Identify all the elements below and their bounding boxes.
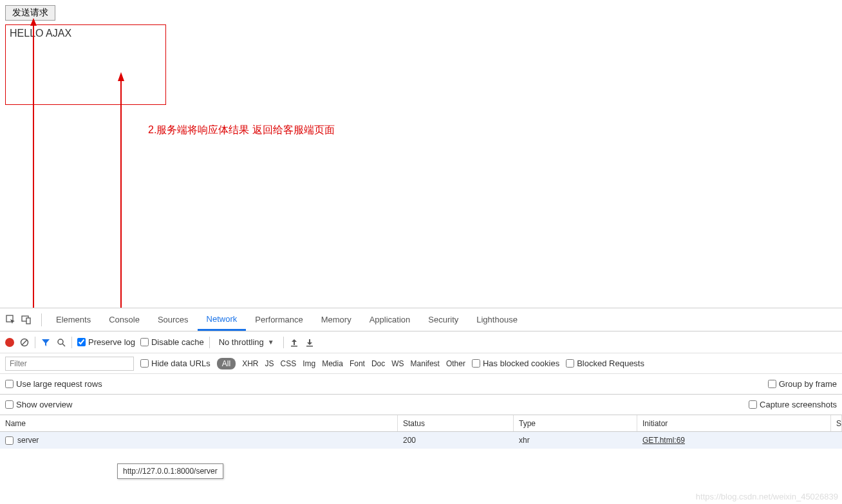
col-status[interactable]: Status [398, 415, 514, 431]
network-options-row2: Show overview Capture screenshots [0, 395, 842, 415]
svg-rect-6 [26, 318, 30, 324]
hide-data-urls-input[interactable] [140, 359, 149, 368]
download-icon[interactable] [304, 337, 315, 348]
annotation-step2: 2.服务端将响应体结果 返回给客服端页面 [148, 124, 335, 137]
divider [283, 337, 284, 348]
filter-type-img[interactable]: Img [303, 359, 315, 368]
capture-screenshots-checkbox[interactable]: Capture screenshots [749, 400, 837, 409]
has-blocked-cookies-input[interactable] [472, 359, 480, 368]
filter-type-group: All XHR JS CSS Img Media Font Doc WS Man… [217, 358, 465, 369]
col-s[interactable]: S [831, 415, 842, 431]
show-overview-checkbox[interactable]: Show overview [5, 400, 72, 409]
inspect-element-icon[interactable] [5, 314, 17, 326]
disable-cache-label: Disable cache [151, 337, 204, 347]
has-blocked-cookies-label: Has blocked cookies [483, 359, 559, 368]
tab-console[interactable]: Console [100, 308, 149, 331]
filter-type-manifest[interactable]: Manifest [411, 359, 440, 368]
network-options-row1: Use large request rows Group by frame [0, 374, 842, 395]
network-filter-bar: Hide data URLs All XHR JS CSS Img Media … [0, 353, 842, 374]
tab-sources[interactable]: Sources [149, 308, 198, 331]
divider [41, 313, 42, 326]
filter-type-other[interactable]: Other [446, 359, 465, 368]
col-type[interactable]: Type [514, 415, 637, 431]
preserve-log-label: Preserve log [88, 337, 135, 347]
cell-initiator: GET.html:69 [637, 433, 832, 447]
cell-status: 200 [398, 433, 514, 447]
hide-data-urls-checkbox[interactable]: Hide data URLs [140, 359, 210, 368]
col-name[interactable]: Name [0, 415, 398, 431]
divider [209, 337, 210, 348]
clear-icon[interactable] [19, 337, 30, 348]
network-toolbar: Preserve log Disable cache No throttling… [0, 331, 842, 353]
svg-line-8 [22, 340, 27, 345]
divider [35, 337, 35, 348]
filter-type-ws[interactable]: WS [391, 359, 404, 368]
filter-type-font[interactable]: Font [350, 359, 365, 368]
preserve-log-input[interactable] [77, 338, 86, 346]
filter-type-js[interactable]: JS [265, 359, 274, 368]
filter-type-css[interactable]: CSS [280, 359, 296, 368]
svg-rect-12 [306, 346, 313, 347]
filter-type-xhr[interactable]: XHR [242, 359, 258, 368]
tab-security[interactable]: Security [419, 308, 467, 331]
tab-application[interactable]: Application [360, 308, 420, 331]
row-checkbox[interactable] [5, 436, 14, 445]
result-text: HELLO AJAX [10, 28, 71, 39]
show-overview-label: Show overview [16, 400, 72, 409]
filter-type-media[interactable]: Media [322, 359, 343, 368]
show-overview-input[interactable] [5, 400, 14, 409]
group-by-frame-label: Group by frame [779, 379, 837, 389]
device-toggle-icon[interactable] [21, 314, 32, 326]
col-initiator[interactable]: Initiator [637, 415, 831, 431]
devtools-tab-bar: Elements Console Sources Network Perform… [0, 308, 842, 331]
cell-s [832, 438, 842, 443]
blocked-requests-label: Blocked Requests [577, 359, 644, 368]
tab-elements[interactable]: Elements [47, 308, 100, 331]
url-tooltip: http://127.0.0.1:8000/server [117, 463, 223, 479]
cell-name: server [0, 433, 398, 447]
upload-icon[interactable] [289, 337, 299, 348]
use-large-rows-label: Use large request rows [16, 379, 102, 389]
filter-input[interactable] [5, 357, 134, 371]
page-content: 发送请求 HELLO AJAX [0, 0, 842, 110]
watermark: https://blog.csdn.net/weixin_45026839 [696, 492, 838, 501]
filter-type-doc[interactable]: Doc [371, 359, 385, 368]
row-name-text: server [17, 436, 39, 445]
throttling-select[interactable]: No throttling ▼ [215, 336, 278, 348]
tab-lighthouse[interactable]: Lighthouse [467, 308, 527, 331]
svg-point-9 [58, 339, 63, 344]
filter-icon[interactable] [41, 337, 51, 348]
send-request-button[interactable]: 发送请求 [5, 5, 55, 21]
filter-type-all[interactable]: All [217, 358, 236, 369]
throttling-label: No throttling [219, 337, 264, 347]
search-icon[interactable] [56, 337, 66, 348]
cell-type: xhr [514, 433, 637, 447]
tab-network[interactable]: Network [198, 308, 247, 331]
disable-cache-input[interactable] [140, 338, 149, 346]
tab-performance[interactable]: Performance [246, 308, 312, 331]
group-by-frame-input[interactable] [768, 380, 776, 388]
disable-cache-checkbox[interactable]: Disable cache [140, 337, 204, 347]
capture-screenshots-label: Capture screenshots [760, 400, 837, 409]
hide-data-urls-label: Hide data URLs [151, 359, 210, 368]
capture-screenshots-input[interactable] [749, 400, 757, 409]
tab-memory[interactable]: Memory [312, 308, 360, 331]
use-large-rows-checkbox[interactable]: Use large request rows [5, 379, 102, 389]
result-box: HELLO AJAX [5, 24, 166, 105]
divider [71, 337, 72, 348]
has-blocked-cookies-checkbox[interactable]: Has blocked cookies [472, 359, 559, 368]
network-table: Name Status Type Initiator S server 200 … [0, 415, 842, 504]
svg-line-10 [62, 344, 65, 346]
blocked-requests-checkbox[interactable]: Blocked Requests [566, 359, 644, 368]
svg-rect-11 [291, 346, 297, 347]
table-header: Name Status Type Initiator S [0, 415, 842, 432]
chevron-down-icon: ▼ [268, 339, 274, 346]
use-large-rows-input[interactable] [5, 380, 14, 388]
initiator-link[interactable]: GET.html:69 [642, 436, 685, 445]
group-by-frame-checkbox[interactable]: Group by frame [768, 379, 837, 389]
table-row[interactable]: server 200 xhr GET.html:69 [0, 432, 842, 449]
blocked-requests-input[interactable] [566, 359, 574, 368]
record-button[interactable] [5, 338, 14, 347]
preserve-log-checkbox[interactable]: Preserve log [77, 337, 135, 347]
